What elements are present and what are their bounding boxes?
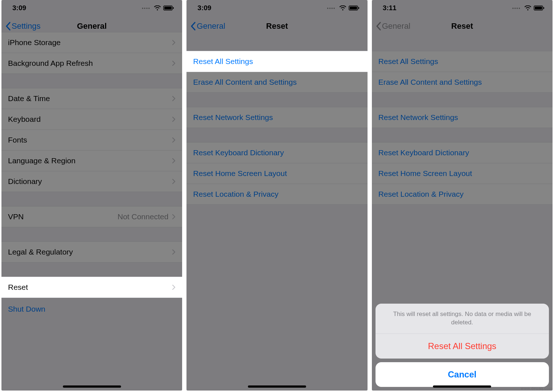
row-reset-all-settings[interactable]: Reset All Settings — [186, 51, 367, 72]
back-label: Settings — [12, 21, 41, 31]
home-indicator[interactable] — [63, 385, 121, 388]
battery-icon — [349, 5, 360, 11]
row-label: iPhone Storage — [8, 38, 61, 47]
row-reset-location-privacy: Reset Location & Privacy — [372, 184, 553, 205]
chevron-right-icon — [172, 158, 176, 164]
row-fonts[interactable]: Fonts — [1, 129, 182, 151]
status-bar: 3:09 ●●●● — [1, 0, 182, 16]
watermark: www.deuaq.com — [521, 386, 553, 391]
row-erase-all[interactable]: Erase All Content and Settings — [186, 72, 367, 93]
home-indicator[interactable] — [248, 385, 306, 388]
row-legal[interactable]: Legal & Regulatory — [1, 241, 182, 263]
nav-bar: General Reset — [186, 16, 367, 36]
row-erase-all: Erase All Content and Settings — [372, 72, 553, 93]
row-keyboard[interactable]: Keyboard — [1, 109, 182, 130]
row-label: Shut Down — [8, 305, 45, 313]
row-date-time[interactable]: Date & Time — [1, 88, 182, 109]
svg-rect-5 — [358, 7, 359, 9]
wifi-icon — [524, 5, 531, 11]
chevron-left-icon — [5, 22, 11, 31]
row-language-region[interactable]: Language & Region — [1, 150, 182, 171]
chevron-right-icon — [172, 249, 176, 255]
row-value: Not Connected — [117, 212, 168, 221]
cellular-dots-icon: ●●●● — [142, 7, 150, 10]
cellular-dots-icon: ●●●● — [512, 7, 521, 10]
svg-rect-4 — [350, 7, 357, 9]
chevron-right-icon — [172, 40, 176, 45]
row-label: Reset Location & Privacy — [378, 190, 464, 199]
row-reset-keyboard-dictionary[interactable]: Reset Keyboard Dictionary — [186, 142, 367, 163]
reset-all-settings-button[interactable]: Reset All Settings — [376, 334, 549, 359]
row-shutdown[interactable]: Shut Down — [1, 297, 182, 316]
chevron-right-icon — [172, 137, 176, 143]
back-button[interactable]: General — [190, 21, 225, 31]
row-label: Keyboard — [8, 115, 41, 124]
row-label: Reset Keyboard Dictionary — [378, 148, 469, 157]
row-label: Erase All Content and Settings — [193, 78, 297, 87]
row-label: Reset Home Screen Layout — [193, 169, 287, 178]
wifi-icon — [154, 5, 161, 11]
row-label: Reset All Settings — [378, 57, 438, 66]
row-label: Background App Refresh — [8, 59, 93, 68]
row-reset[interactable]: Reset — [1, 277, 182, 298]
phone-general: 3:09 ●●●● Settings General iPhone Storag… — [1, 0, 182, 391]
row-label: Reset Home Screen Layout — [378, 169, 472, 178]
status-bar: 3:11 ●●●● — [372, 0, 553, 16]
chevron-right-icon — [172, 116, 176, 122]
status-time: 3:11 — [383, 4, 397, 12]
svg-rect-8 — [543, 7, 544, 9]
battery-icon — [534, 5, 545, 11]
chevron-right-icon — [172, 179, 176, 184]
chevron-right-icon — [172, 60, 176, 66]
status-bar: 3:09 ●●●● — [186, 0, 367, 16]
row-label: Erase All Content and Settings — [378, 78, 482, 87]
nav-bar: General Reset — [372, 16, 553, 36]
row-reset-keyboard-dictionary: Reset Keyboard Dictionary — [372, 142, 553, 163]
status-time: 3:09 — [197, 4, 211, 12]
svg-rect-7 — [535, 7, 542, 9]
phone-reset-confirm: 3:11 ●●●● General Reset Reset All Settin… — [372, 0, 553, 391]
action-sheet: This will reset all settings. No data or… — [376, 304, 549, 387]
back-button[interactable]: Settings — [5, 21, 41, 31]
cancel-button[interactable]: Cancel — [376, 362, 549, 387]
status-time: 3:09 — [12, 4, 26, 12]
row-label: Reset Network Settings — [378, 113, 458, 122]
row-dictionary[interactable]: Dictionary — [1, 171, 182, 192]
row-label: Reset Location & Privacy — [193, 190, 278, 199]
row-label: Date & Time — [8, 94, 50, 103]
row-vpn[interactable]: VPNNot Connected — [1, 206, 182, 227]
svg-rect-1 — [164, 7, 172, 9]
back-label: General — [382, 21, 410, 31]
battery-icon — [163, 5, 174, 11]
chevron-left-icon — [190, 22, 196, 31]
row-reset-location-privacy[interactable]: Reset Location & Privacy — [186, 184, 367, 205]
row-label: Dictionary — [8, 177, 42, 186]
row-reset-home-layout[interactable]: Reset Home Screen Layout — [186, 163, 367, 184]
home-indicator[interactable] — [433, 385, 491, 388]
row-reset-network: Reset Network Settings — [372, 107, 553, 128]
row-reset-home-layout: Reset Home Screen Layout — [372, 163, 553, 184]
chevron-right-icon — [172, 214, 176, 220]
phone-reset: 3:09 ●●●● General Reset Reset All Settin… — [186, 0, 367, 391]
action-sheet-message: This will reset all settings. No data or… — [376, 304, 549, 333]
row-label: Reset All Settings — [193, 57, 253, 66]
row-reset-network[interactable]: Reset Network Settings — [186, 107, 367, 128]
row-iphone-storage[interactable]: iPhone Storage — [1, 32, 182, 53]
back-button: General — [376, 21, 410, 31]
chevron-right-icon — [172, 284, 176, 290]
back-label: General — [197, 21, 225, 31]
chevron-left-icon — [376, 22, 381, 31]
svg-rect-2 — [173, 7, 174, 9]
chevron-right-icon — [172, 96, 176, 101]
row-background-refresh[interactable]: Background App Refresh — [1, 53, 182, 74]
row-label: Reset Network Settings — [193, 113, 273, 122]
row-label: VPN — [8, 212, 24, 221]
wifi-icon — [339, 5, 346, 11]
row-label: Language & Region — [8, 156, 76, 165]
row-label: Reset Keyboard Dictionary — [193, 148, 284, 157]
row-reset-all-settings: Reset All Settings — [372, 51, 553, 72]
row-label: Legal & Regulatory — [8, 248, 73, 256]
row-label: Fonts — [8, 136, 27, 144]
cellular-dots-icon: ●●●● — [327, 7, 335, 10]
row-label: Reset — [8, 283, 28, 292]
